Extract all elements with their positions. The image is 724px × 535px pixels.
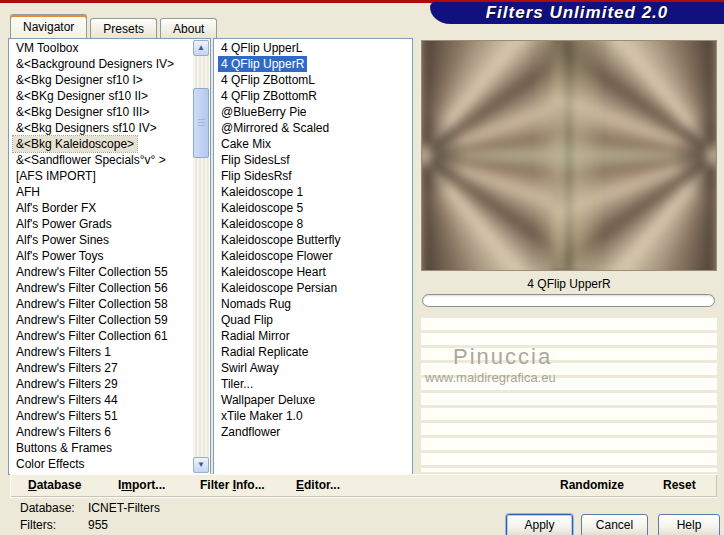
filter-item[interactable]: Tiler... — [218, 376, 256, 392]
filter-listbox[interactable]: 4 QFlip UpperL4 QFlip UpperR4 QFlip ZBot… — [213, 38, 413, 475]
filter-item[interactable]: Kaleidoscope 5 — [218, 200, 306, 216]
filter-item[interactable]: Wallpaper Deluxe — [218, 392, 318, 408]
category-item[interactable]: Andrew's Filter Collection 58 — [13, 296, 171, 312]
filter-item[interactable]: @BlueBerry Pie — [218, 104, 310, 120]
filter-item[interactable]: Cake Mix — [218, 136, 274, 152]
tab-about-label: About — [173, 22, 204, 36]
watermark-url: www.maidiregrafica.eu — [425, 370, 556, 385]
tab-navigator-label: Navigator — [23, 20, 74, 34]
filter-item[interactable]: Flip SidesRsf — [218, 168, 295, 184]
filters-count-value: 955 — [88, 518, 108, 532]
category-item[interactable]: Andrew's Filters 6 — [13, 424, 114, 440]
filter-item[interactable]: xTile Maker 1.0 — [218, 408, 306, 424]
category-item[interactable]: &<Bkg Designer sf10 III> — [13, 104, 152, 120]
filters-unlimited-dialog: { "window": { "title": "Filters Unlimite… — [0, 0, 724, 535]
filter-item[interactable]: Kaleidoscope Persian — [218, 280, 340, 296]
category-item[interactable]: Andrew's Filters 29 — [13, 376, 121, 392]
scroll-down-icon[interactable]: ▼ — [193, 457, 209, 473]
category-item[interactable]: Andrew's Filter Collection 55 — [13, 264, 171, 280]
category-item[interactable]: Buttons & Frames — [13, 440, 115, 456]
category-item[interactable]: Andrew's Filter Collection 56 — [13, 280, 171, 296]
database-status-label: Database: — [20, 501, 75, 515]
filter-item[interactable]: 4 QFlip ZBottomL — [218, 72, 318, 88]
category-item[interactable]: Andrew's Filters 51 — [13, 408, 121, 424]
category-item[interactable]: &<Bkg Kaleidoscope> — [13, 136, 137, 152]
category-item[interactable]: &<BKg Designer sf10 II> — [13, 88, 151, 104]
reset-button[interactable]: Reset — [663, 478, 696, 492]
database-button[interactable]: Database — [28, 478, 81, 492]
parameter-area: Pinuccia www.maidiregrafica.eu — [421, 318, 717, 472]
filter-item[interactable]: Kaleidoscope Butterfly — [218, 232, 343, 248]
category-item[interactable]: Color Effects — [13, 456, 87, 472]
tab-presets-label: Presets — [103, 22, 144, 36]
import-button[interactable]: Import... — [118, 478, 165, 492]
category-item[interactable]: Andrew's Filter Collection 61 — [13, 328, 171, 344]
banner: Filters Unlimited 2.0 — [430, 2, 724, 24]
tab-about[interactable]: About — [160, 18, 217, 38]
filters-count-label: Filters: — [20, 518, 56, 532]
filter-item[interactable]: 4 QFlip UpperL — [218, 40, 305, 56]
window-title: Filters Unlimited 2.0 — [486, 3, 669, 23]
filter-item[interactable]: Kaleidoscope 8 — [218, 216, 306, 232]
help-button[interactable]: Help — [658, 514, 720, 535]
filter-item[interactable]: Zandflower — [218, 424, 283, 440]
filter-item[interactable]: @Mirrored & Scaled — [218, 120, 332, 136]
filter-item[interactable]: Swirl Away — [218, 360, 282, 376]
category-list: VM Toolbox&<Background Designers IV>&<Bk… — [9, 40, 193, 474]
scrollbar-thumb[interactable] — [193, 88, 209, 158]
category-item[interactable]: Alf's Power Sines — [13, 232, 112, 248]
preview-center-band — [422, 41, 716, 270]
filter-item[interactable]: Kaleidoscope Heart — [218, 264, 329, 280]
filter-item[interactable]: Flip SidesLsf — [218, 152, 293, 168]
database-status-value: ICNET-Filters — [88, 501, 160, 515]
category-item[interactable]: &<Background Designers IV> — [13, 56, 177, 72]
filter-item[interactable]: Nomads Rug — [218, 296, 294, 312]
filter-info-button[interactable]: Filter Info... — [200, 478, 265, 492]
cancel-button[interactable]: Cancel — [581, 514, 648, 535]
category-scrollbar[interactable]: ▲ ▼ — [193, 40, 209, 473]
category-item[interactable]: Andrew's Filters 1 — [13, 344, 114, 360]
tab-presets[interactable]: Presets — [90, 18, 157, 38]
scroll-up-icon[interactable]: ▲ — [193, 40, 209, 56]
category-listbox[interactable]: VM Toolbox&<Background Designers IV>&<Bk… — [8, 38, 211, 475]
category-item[interactable]: Andrew's Filters 44 — [13, 392, 121, 408]
tab-strip: Navigator Presets About — [10, 13, 220, 38]
filter-item[interactable]: Radial Replicate — [218, 344, 311, 360]
category-item[interactable]: Alf's Power Grads — [13, 216, 115, 232]
toolbar: Database Import... Filter Info... Editor… — [10, 474, 717, 497]
scrollbar-grip-icon — [198, 119, 205, 127]
filter-list: 4 QFlip UpperL4 QFlip UpperR4 QFlip ZBot… — [214, 40, 410, 474]
filter-item[interactable]: 4 QFlip ZBottomR — [218, 88, 320, 104]
progress-bar — [422, 294, 715, 307]
category-item[interactable]: VM Toolbox — [13, 40, 81, 56]
category-item[interactable]: Andrew's Filter Collection 59 — [13, 312, 171, 328]
category-item[interactable]: Alf's Power Toys — [13, 248, 106, 264]
preview-image — [421, 40, 717, 271]
category-item[interactable]: [AFS IMPORT] — [13, 168, 99, 184]
category-item[interactable]: Andrew's Filters 27 — [13, 360, 121, 376]
filter-item[interactable]: Quad Flip — [218, 312, 276, 328]
filter-item[interactable]: Kaleidoscope Flower — [218, 248, 335, 264]
category-item[interactable]: AFH — [13, 184, 43, 200]
watermark-name: Pinuccia — [453, 344, 552, 370]
selected-filter-caption: 4 QFlip UpperR — [421, 277, 717, 291]
category-item[interactable]: &<Bkg Designers sf10 IV> — [13, 120, 160, 136]
category-item[interactable]: &<Sandflower Specials°v° > — [13, 152, 169, 168]
category-item[interactable]: &<Bkg Designer sf10 I> — [13, 72, 146, 88]
tab-navigator[interactable]: Navigator — [10, 14, 87, 38]
filter-item[interactable]: 4 QFlip UpperR — [218, 56, 307, 72]
editor-button[interactable]: Editor... — [296, 478, 340, 492]
apply-button[interactable]: Apply — [506, 514, 573, 535]
filter-item[interactable]: Radial Mirror — [218, 328, 293, 344]
randomize-button[interactable]: Randomize — [560, 478, 624, 492]
filter-item[interactable]: Kaleidoscope 1 — [218, 184, 306, 200]
category-item[interactable]: Alf's Border FX — [13, 200, 99, 216]
